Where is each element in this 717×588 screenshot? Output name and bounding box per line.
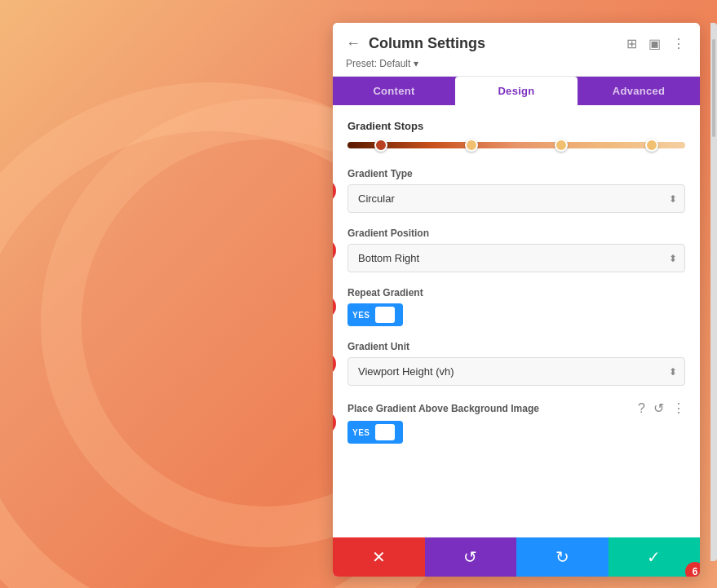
back-icon[interactable]: ← xyxy=(346,35,361,52)
gradient-type-label: Gradient Type xyxy=(347,168,685,179)
gradient-type-select[interactable]: Circular Linear Conic xyxy=(347,184,685,213)
header-icons: ⊞ ▣ ⋮ xyxy=(625,34,687,53)
undo-icon[interactable]: ↺ xyxy=(653,400,664,416)
tab-content[interactable]: Content xyxy=(333,77,455,105)
gradient-stop-3[interactable] xyxy=(555,139,568,152)
place-gradient-icons: ? ↺ ⋮ xyxy=(638,400,685,416)
tab-advanced[interactable]: Advanced xyxy=(578,77,700,105)
gradient-position-select-wrapper: Bottom Right Top Left Top Center Top Rig… xyxy=(347,244,685,272)
gradient-type-select-wrapper: Circular Linear Conic ⬍ xyxy=(347,184,685,213)
more-icon[interactable]: ⋮ xyxy=(671,34,687,53)
place-gradient-header: Place Gradient Above Background Image ? … xyxy=(347,400,685,416)
scrollbar[interactable] xyxy=(710,23,717,561)
badge-3: 3 xyxy=(333,295,336,318)
columns-icon[interactable]: ▣ xyxy=(647,34,662,53)
tabs-bar: Content Design Advanced xyxy=(333,77,700,105)
gradient-type-field: 1 Gradient Type Circular Linear Conic ⬍ xyxy=(347,168,685,213)
place-gradient-toggle[interactable]: YES xyxy=(347,421,403,444)
redo-button[interactable]: ↻ xyxy=(516,537,609,577)
preset-label[interactable]: Preset: Default ▾ xyxy=(346,58,687,69)
tab-design[interactable]: Design xyxy=(455,77,578,105)
cancel-button[interactable]: ✕ xyxy=(333,537,425,577)
chevron-down-icon: ▾ xyxy=(414,58,418,69)
redo-icon: ↻ xyxy=(555,547,569,567)
badge-6: 6 xyxy=(685,562,700,577)
place-gradient-label: Place Gradient Above Background Image xyxy=(347,403,539,414)
toggle-yes-label-5: YES xyxy=(352,428,370,437)
gradient-unit-label: Gradient Unit xyxy=(347,341,685,352)
gradient-stop-2[interactable] xyxy=(465,139,478,152)
toggle-thumb-5 xyxy=(375,424,395,440)
fullscreen-icon[interactable]: ⊞ xyxy=(625,34,639,53)
badge-5: 5 xyxy=(333,411,336,434)
place-gradient-toggle-row: YES xyxy=(347,421,685,444)
toggle-thumb xyxy=(375,307,395,323)
gradient-stop-1[interactable] xyxy=(374,139,387,152)
gradient-stops-title: Gradient Stops xyxy=(347,120,685,132)
save-icon: ✓ xyxy=(647,547,661,567)
gradient-track[interactable] xyxy=(347,142,685,148)
gradient-position-select[interactable]: Bottom Right Top Left Top Center Top Rig… xyxy=(347,244,685,272)
badge-1: 1 xyxy=(333,179,336,202)
reset-icon: ↺ xyxy=(463,547,477,567)
gradient-position-field: 2 Gradient Position Bottom Right Top Lef… xyxy=(347,228,685,272)
column-settings-panel: ← Column Settings ⊞ ▣ ⋮ Preset: Default … xyxy=(333,23,700,577)
panel-header: ← Column Settings ⊞ ▣ ⋮ Preset: Default … xyxy=(333,23,700,77)
scroll-thumb xyxy=(712,39,715,137)
repeat-gradient-toggle-row: YES xyxy=(347,303,685,326)
more-options-icon[interactable]: ⋮ xyxy=(672,400,685,416)
reset-button[interactable]: ↺ xyxy=(425,537,517,577)
gradient-stops-section: Gradient Stops xyxy=(347,120,685,148)
panel-body: Gradient Stops 1 Gradient Type Circular … xyxy=(333,105,700,537)
place-gradient-field: 5 Place Gradient Above Background Image … xyxy=(347,400,685,444)
panel-title: Column Settings xyxy=(369,35,485,52)
save-button[interactable]: ✓ 6 xyxy=(609,537,701,577)
gradient-position-label: Gradient Position xyxy=(347,228,685,239)
repeat-gradient-label: Repeat Gradient xyxy=(347,287,685,298)
badge-2: 2 xyxy=(333,239,336,262)
repeat-gradient-field: 3 Repeat Gradient YES xyxy=(347,287,685,326)
repeat-gradient-toggle[interactable]: YES xyxy=(347,303,403,326)
cancel-icon: ✕ xyxy=(372,547,386,567)
gradient-stop-4[interactable] xyxy=(645,139,658,152)
toggle-yes-label: YES xyxy=(352,311,370,320)
badge-4: 4 xyxy=(333,352,336,375)
gradient-unit-select-wrapper: Viewport Height (vh) Pixels (px) Viewpor… xyxy=(347,357,685,386)
help-icon[interactable]: ? xyxy=(638,401,645,416)
panel-footer: ✕ ↺ ↻ ✓ 6 xyxy=(333,537,700,577)
gradient-unit-select[interactable]: Viewport Height (vh) Pixels (px) Viewpor… xyxy=(347,357,685,386)
gradient-unit-field: 4 Gradient Unit Viewport Height (vh) Pix… xyxy=(347,341,685,386)
